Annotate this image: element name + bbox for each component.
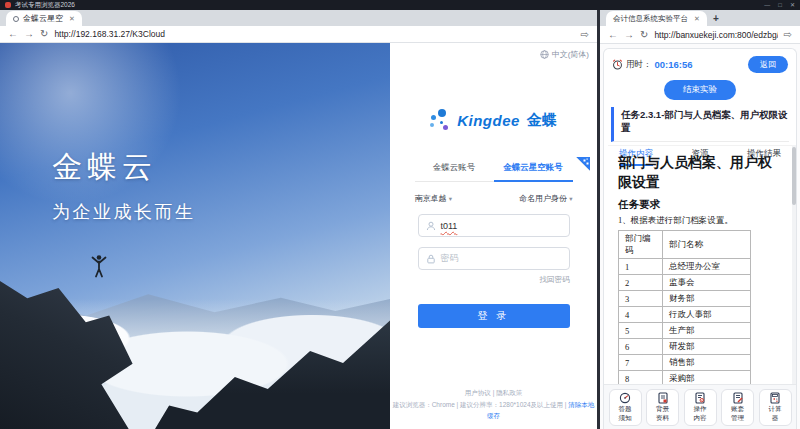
tool-label: 器 — [772, 414, 779, 422]
kingdee-favicon-icon — [13, 16, 19, 22]
refresh-icon[interactable]: ↻ — [40, 29, 48, 39]
hero-banner: 金蝶云 为企业成长而生 — [0, 43, 390, 429]
tab-kingdee-cloud[interactable]: 金蝶云星空 ✕ — [6, 11, 82, 26]
identity-select[interactable]: 命名用户身份 ▾ — [519, 193, 573, 204]
cell-name: 行政人事部 — [663, 307, 751, 323]
tool-label: 管理 — [731, 414, 744, 422]
cell-code: 8 — [619, 371, 663, 384]
tab-galaxy-account[interactable]: 金蝶云星空账号 — [494, 157, 573, 182]
forward-icon[interactable]: → — [624, 30, 634, 40]
password-placeholder: 密码 — [441, 252, 459, 265]
tab-close-icon[interactable]: ✕ — [69, 15, 75, 23]
cell-name: 总经理办公室 — [663, 259, 751, 275]
language-switcher[interactable]: 中文(简体) — [540, 49, 589, 60]
forgot-password-link[interactable]: 找回密码 — [418, 275, 570, 285]
brand-chinese: 金蝶 — [527, 111, 557, 130]
minimize-button[interactable]: — — [764, 0, 770, 10]
table-row: 2监事会 — [619, 275, 751, 291]
tab-close-icon[interactable]: ✕ — [694, 15, 700, 23]
doc-item-1: 1、根据表进行部门档案设置。 — [618, 215, 782, 227]
tool-label: 资料 — [656, 414, 669, 422]
language-label: 中文(简体) — [552, 49, 589, 60]
col-dept-name: 部门名称 — [663, 231, 751, 259]
table-row: 5生产部 — [619, 323, 751, 339]
document-icon — [657, 392, 669, 404]
cell-code: 7 — [619, 355, 663, 371]
cell-code: 3 — [619, 291, 663, 307]
task-document: 部门与人员档案、用户权限设置 任务要求 1、根据表进行部门档案设置。 部门编码 … — [608, 145, 792, 384]
tab-kingdee-account[interactable]: 金蝶云账号 — [415, 157, 494, 181]
url-input[interactable]: http://192.168.31.27/K3Cloud — [54, 29, 574, 39]
kingdee-dots-icon — [430, 109, 450, 131]
timer-row: 用时： 00:16:56 返回 — [604, 49, 796, 77]
table-row: 8采购部 — [619, 371, 751, 384]
tool-label: 操作 — [694, 405, 707, 413]
forward-icon[interactable]: → — [24, 29, 34, 39]
url-input[interactable]: http://banxuekeji.com:800/edzbg/compc — [654, 30, 777, 40]
tab-experiment-platform[interactable]: 会计信息系统实验平台 ✕ — [606, 11, 707, 26]
cell-name: 财务部 — [663, 291, 751, 307]
left-tabbar: 金蝶云星空 ✕ — [0, 10, 597, 26]
right-address-bar: ← → ↻ http://banxuekeji.com:800/edzbg/co… — [600, 26, 800, 44]
tool-label: 账套 — [731, 405, 744, 413]
back-icon[interactable]: ← — [608, 30, 618, 40]
chevron-down-icon: ▾ — [449, 195, 452, 202]
lock-icon — [426, 254, 436, 264]
login-button[interactable]: 登 录 — [418, 304, 570, 328]
browser-titlebar: 考试专用浏览器2026 — □ ✕ — [0, 0, 800, 10]
login-footer: 用户协议 | 隐私政策 建议浏览器：Chrome | 建议分辨率：1280*10… — [390, 387, 597, 422]
qr-login-icon[interactable] — [575, 157, 590, 172]
return-button[interactable]: 返回 — [748, 56, 788, 73]
table-row: 1总经理办公室 — [619, 259, 751, 275]
cell-code: 6 — [619, 339, 663, 355]
screen: 考试专用浏览器2026 — □ ✕ 金蝶云星空 ✕ ← → ↻ http://1… — [0, 0, 800, 429]
answer-notice-button[interactable]: 答题 须知 — [609, 389, 642, 426]
doc-scrollbar[interactable] — [792, 145, 796, 384]
hero-subtitle: 为企业成长而生 — [52, 200, 196, 224]
tool-label: 背景 — [656, 405, 669, 413]
chevron-down-icon: ▾ — [569, 195, 572, 202]
hero-title: 金蝶云 — [52, 147, 196, 188]
table-header-row: 部门编码 部门名称 — [619, 231, 751, 259]
footer-links[interactable]: 用户协议 | 隐私政策 — [390, 387, 597, 399]
calculator-icon — [769, 392, 781, 404]
refresh-icon[interactable]: ↻ — [640, 30, 648, 40]
password-field[interactable]: 密码 — [418, 247, 570, 270]
tenant-value: 南京卓越 — [415, 194, 447, 203]
login-selects-row: 南京卓越 ▾ 命名用户身份 ▾ — [415, 193, 573, 204]
cell-name: 研发部 — [663, 339, 751, 355]
table-row: 3财务部 — [619, 291, 751, 307]
calculator-button[interactable]: 计算 器 — [759, 389, 792, 426]
end-experiment-button[interactable]: 结束实验 — [664, 80, 736, 100]
operation-content-button[interactable]: 操作 内容 — [684, 389, 717, 426]
doc-gear-icon — [694, 392, 706, 404]
cell-code: 2 — [619, 275, 663, 291]
back-icon[interactable]: ← — [8, 29, 18, 39]
scrollbar-thumb[interactable] — [792, 147, 796, 205]
username-field[interactable]: t011 — [418, 214, 570, 237]
experiment-panel: 用时： 00:16:56 返回 结束实验 任务2.3.1-部门与人员档案、用户权… — [600, 44, 800, 429]
footer-tip: 建议浏览器：Chrome | 建议分辨率：1280*1024及以上使用 | — [393, 401, 569, 408]
experiment-card: 用时： 00:16:56 返回 结束实验 任务2.3.1-部门与人员档案、用户权… — [603, 48, 797, 429]
doc-section-title: 任务要求 — [618, 198, 782, 212]
cell-code: 4 — [619, 307, 663, 323]
globe-icon — [540, 50, 549, 59]
username-value: t011 — [441, 221, 458, 231]
tenant-select[interactable]: 南京卓越 ▾ — [415, 193, 453, 204]
department-table: 部门编码 部门名称 1总经理办公室 2监事会 3财务部 4行政人事部 5生产部 … — [618, 230, 751, 384]
background-material-button[interactable]: 背景 资料 — [646, 389, 679, 426]
tab-label: 金蝶云星空 — [23, 13, 63, 24]
go-icon[interactable]: ⇨ — [784, 29, 792, 40]
left-browser-window: 金蝶云星空 ✕ ← → ↻ http://192.168.31.27/K3Clo… — [0, 10, 597, 429]
new-tab-button[interactable]: + — [707, 11, 725, 26]
gauge-clock-icon — [619, 392, 631, 404]
person-silhouette — [86, 253, 112, 279]
bottom-toolbar: 答题 须知 背景 资料 — [604, 384, 796, 429]
go-icon[interactable]: ⇨ — [581, 29, 589, 40]
browser-title: 考试专用浏览器2026 — [15, 1, 75, 10]
cell-name: 生产部 — [663, 323, 751, 339]
close-window-button[interactable]: ✕ — [790, 0, 795, 10]
table-row: 7销售部 — [619, 355, 751, 371]
maximize-button[interactable]: □ — [778, 0, 782, 10]
account-set-button[interactable]: 账套 管理 — [721, 389, 754, 426]
